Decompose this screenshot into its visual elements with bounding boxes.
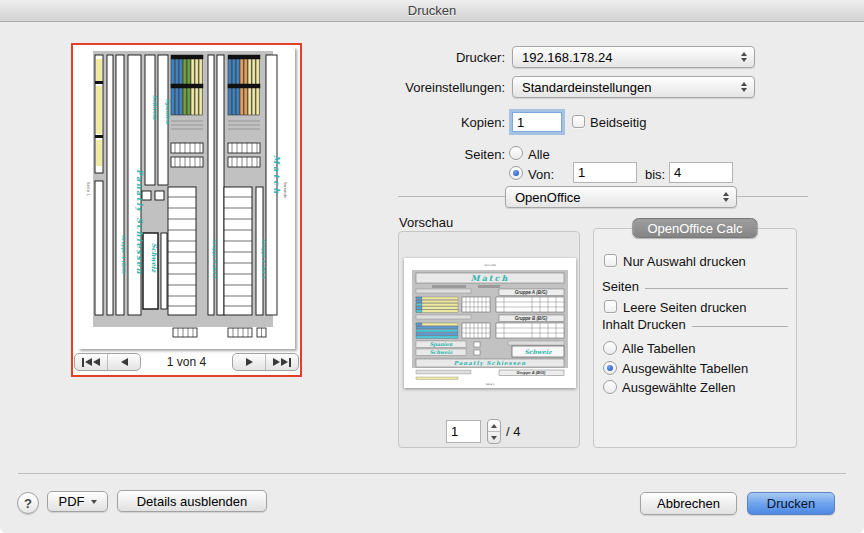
printer-label: Drucker: xyxy=(335,50,505,65)
selected-tables-radio[interactable] xyxy=(603,361,617,375)
pdf-menu-button[interactable]: PDF xyxy=(47,491,108,512)
doc-label-vorrunde: Vorrunde xyxy=(283,182,287,198)
footer-divider xyxy=(18,473,846,474)
print-label: Drucken xyxy=(767,496,815,511)
preview-document-rotated: Seite 1 Vorrunde xyxy=(78,47,295,349)
thumb-label-schweiz-left: Schweiz xyxy=(430,349,454,355)
title-bar: Drucken xyxy=(0,0,864,22)
vorschau-thumbnail: Vorrunde Match Gruppe A (B/G) xyxy=(404,258,576,388)
only-selection-label: Nur Auswahl drucken xyxy=(623,254,746,269)
pdf-button-label: PDF xyxy=(59,494,85,509)
print-preview-frame: Seite 1 Vorrunde xyxy=(71,43,302,377)
up-down-arrows-icon xyxy=(741,82,748,92)
empty-pages-checkbox[interactable] xyxy=(604,300,617,313)
next-page-button[interactable] xyxy=(233,354,266,370)
doc-title-match: Match xyxy=(272,155,282,196)
down-arrow-icon xyxy=(91,500,97,504)
print-dialog: Drucken Seite 1 Vorrunde xyxy=(0,0,864,533)
thumb-title-match: Match xyxy=(471,273,509,283)
pages-section-header: Seiten xyxy=(602,279,788,294)
vorschau-panel: Vorrunde Match Gruppe A (B/G) xyxy=(398,231,580,448)
thumb-label-gruppe-a-2: Gruppe A (B/G) xyxy=(517,370,546,375)
hide-details-label: Details ausblenden xyxy=(137,494,248,509)
skip-to-last-icon xyxy=(289,358,291,367)
empty-pages-label: Leere Seiten drucken xyxy=(623,300,747,315)
last-page-button[interactable] xyxy=(266,354,298,370)
presets-popup-value: Standardeinstellungen xyxy=(522,80,741,95)
app-section-popup-value: OpenOffice xyxy=(515,190,723,205)
thumb-label-schweiz-right: Schweiz xyxy=(524,348,552,355)
doc-label-schweiz-top: Schweiz xyxy=(152,95,158,121)
question-mark-icon: ? xyxy=(24,496,32,511)
pages-section-title: Seiten xyxy=(602,279,639,294)
all-tables-label: Alle Tabellen xyxy=(622,341,695,356)
doc-label-gruppe-a-1: Gruppe A (B/G) xyxy=(121,235,126,275)
vorschau-page-input[interactable] xyxy=(446,420,481,443)
help-button[interactable]: ? xyxy=(17,492,39,514)
doc-title-penalty: Panatly Schiessen xyxy=(135,169,145,275)
stepper-up-icon[interactable] xyxy=(488,420,500,432)
presets-label: Voreinstellungen: xyxy=(335,80,505,95)
section-rule xyxy=(692,326,788,327)
print-button[interactable]: Drucken xyxy=(747,492,835,515)
vorschau-page-total: / 4 xyxy=(506,424,520,439)
doc-label-spanien: Spanien xyxy=(164,99,171,125)
cancel-label: Abbrechen xyxy=(657,496,720,511)
cancel-button[interactable]: Abbrechen xyxy=(640,492,737,515)
hide-details-button[interactable]: Details ausblenden xyxy=(117,490,267,512)
content-section-title: Inhalt Drucken xyxy=(602,317,686,332)
printer-popup-value: 192.168.178.24 xyxy=(522,50,741,65)
skip-to-last-icon xyxy=(273,358,280,366)
skip-to-last-icon xyxy=(281,358,288,366)
section-rule xyxy=(645,288,788,289)
pages-from-label: Von: xyxy=(528,167,554,182)
thumb-label-gruppe-b: Gruppe B (B/G) xyxy=(515,316,548,321)
printer-popup[interactable]: 192.168.178.24 xyxy=(512,46,755,68)
doc-label-schweiz-bottom: Schweiz xyxy=(150,243,158,274)
preview-document-thumbnail: Vorrunde Match Gruppe A (B/G) xyxy=(404,258,576,388)
thumb-label-vorrunde: Vorrunde xyxy=(484,264,496,267)
pages-from-input[interactable] xyxy=(573,162,637,183)
doc-label-seite: Seite 1 xyxy=(86,182,91,196)
selected-tables-label: Ausgewählte Tabellen xyxy=(622,361,748,376)
calc-tab: OpenOffice Calc xyxy=(632,218,757,238)
dialog-title: Drucken xyxy=(408,3,456,18)
pages-all-radio[interactable] xyxy=(509,146,523,160)
app-section-popup[interactable]: OpenOffice xyxy=(505,186,737,208)
doc-label-gruppe-a-2: Gruppe A (B/G) xyxy=(261,239,266,279)
pages-label: Seiten: xyxy=(335,147,505,162)
doc-label-gruppe-b: Gruppe B (B/G) xyxy=(212,239,217,279)
copies-input[interactable] xyxy=(512,112,562,132)
up-down-arrows-icon xyxy=(741,52,748,62)
pages-range-radio[interactable] xyxy=(509,166,523,180)
thumb-label-spanien: Spanien xyxy=(430,341,453,348)
copies-label: Kopien: xyxy=(335,115,505,130)
content-section-header: Inhalt Drucken xyxy=(602,317,788,332)
selected-cells-radio[interactable] xyxy=(603,380,617,394)
presets-popup[interactable]: Standardeinstellungen xyxy=(512,76,755,98)
duplex-checkbox[interactable] xyxy=(572,115,585,128)
thumb-label-gruppe-a-1: Gruppe A (B/G) xyxy=(515,290,548,295)
pages-all-label: Alle xyxy=(528,147,550,162)
next-page-icon xyxy=(246,358,253,366)
only-selection-checkbox[interactable] xyxy=(604,254,617,267)
thumb-title-penalty: Panatly Schiessen xyxy=(454,360,526,367)
pages-to-label: bis: xyxy=(645,167,665,182)
up-down-arrows-icon xyxy=(723,192,730,202)
vorschau-title: Vorschau xyxy=(399,215,453,230)
vorschau-page-stepper[interactable] xyxy=(487,419,501,444)
all-tables-radio[interactable] xyxy=(603,341,617,355)
thumb-label-seite: Seite 1 xyxy=(486,383,495,386)
preview-nav-forward-group xyxy=(232,353,299,371)
stepper-down-icon[interactable] xyxy=(488,432,500,443)
pages-to-input[interactable] xyxy=(669,162,733,183)
calc-options-groupbox: OpenOffice Calc Nur Auswahl drucken Seit… xyxy=(593,228,797,448)
duplex-label: Beidseitig xyxy=(590,115,646,130)
selected-cells-label: Ausgewählte Zellen xyxy=(622,380,735,395)
print-preview-page: Seite 1 Vorrunde xyxy=(78,47,295,349)
